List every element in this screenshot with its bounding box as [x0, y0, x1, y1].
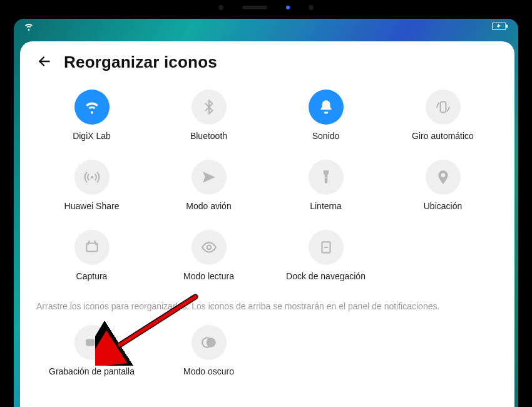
rotate-icon [426, 90, 461, 125]
svg-point-3 [90, 176, 93, 178]
tile-label: Modo avión [186, 201, 231, 211]
settings-panel: Reorganizar iconos DigiX Lab Bluetooth [20, 41, 514, 407]
tile-label: Modo lectura [183, 271, 234, 281]
location-icon [426, 160, 461, 195]
back-button[interactable] [36, 53, 53, 72]
tile-grabacion-pantalla[interactable]: Grabación de pantalla [36, 325, 147, 376]
bluetooth-icon [192, 90, 227, 125]
tile-modo-avion[interactable]: Modo avión [153, 160, 264, 211]
svg-rect-9 [86, 339, 95, 346]
tile-modo-oscuro[interactable]: Modo oscuro [153, 325, 264, 376]
tile-modo-lectura[interactable]: Modo lectura [153, 230, 264, 281]
tile-label: Captura [76, 271, 108, 281]
tile-label: Huawei Share [64, 201, 120, 211]
wifi-status-icon [24, 21, 34, 31]
record-icon [74, 325, 110, 360]
wifi-icon [74, 90, 110, 125]
tile-digix-lab[interactable]: DigiX Lab [36, 90, 147, 141]
svg-point-11 [206, 337, 215, 347]
darkmode-icon [192, 325, 227, 360]
panel-header: Reorganizar iconos [36, 53, 498, 72]
tile-label: Grabación de pantalla [49, 366, 135, 376]
active-tiles-grid: DigiX Lab Bluetooth Sonido [36, 90, 498, 281]
svg-rect-2 [440, 101, 446, 112]
device-bezel: Reorganizar iconos DigiX Lab Bluetooth [0, 0, 532, 407]
device-notch [218, 5, 314, 10]
tile-linterna[interactable]: Linterna [270, 160, 381, 211]
reorder-hint-text: Arrastre los iconos para reorganizarlos.… [36, 301, 498, 311]
battery-status-icon [492, 23, 508, 30]
airplane-icon [192, 160, 227, 195]
tile-label: Linterna [310, 201, 342, 211]
svg-point-7 [207, 245, 211, 250]
tile-label: Ubicación [424, 201, 462, 211]
flashlight-icon [309, 160, 344, 195]
broadcast-icon [74, 160, 110, 195]
bell-icon [309, 90, 344, 125]
page-title: Reorganizar iconos [64, 53, 217, 72]
tile-sonido[interactable]: Sonido [270, 90, 381, 141]
tile-label: Giro automático [412, 131, 474, 141]
eye-icon [192, 230, 227, 265]
tile-label: Sonido [312, 131, 340, 141]
tile-label: Modo oscuro [183, 366, 234, 376]
tile-dock-navegacion[interactable]: Dock de navegación [270, 230, 381, 281]
tile-label: Dock de navegación [286, 271, 366, 281]
tile-huawei-share[interactable]: Huawei Share [36, 160, 147, 211]
tile-giro-automatico[interactable]: Giro automático [387, 90, 498, 141]
capture-icon [74, 230, 110, 265]
tile-bluetooth[interactable]: Bluetooth [153, 90, 264, 141]
tile-ubicacion[interactable]: Ubicación [387, 160, 498, 211]
tile-label: Bluetooth [190, 131, 227, 141]
tile-captura[interactable]: Captura [36, 230, 147, 281]
status-bar [14, 19, 518, 34]
inactive-tiles-grid: Grabación de pantalla Modo oscuro [36, 325, 498, 376]
svg-rect-1 [506, 24, 508, 28]
dock-icon [309, 230, 344, 265]
screen: Reorganizar iconos DigiX Lab Bluetooth [14, 19, 518, 407]
tile-label: DigiX Lab [73, 131, 111, 141]
